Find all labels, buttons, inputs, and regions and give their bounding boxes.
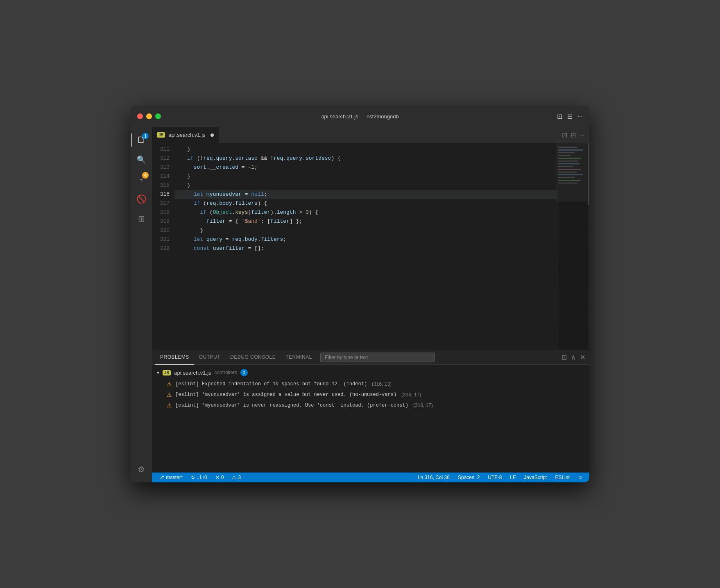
sidebar-item-settings[interactable]: ⚙ [131, 459, 151, 479]
editor-area: JS api.search.v1.js ⊡ ⊟ ··· 311 312 313 … [152, 127, 589, 482]
sidebar-item-extensions[interactable]: ⊞ [131, 209, 151, 228]
line-ending-label: LF [510, 475, 516, 480]
git-sync-label: ↓1↑0 [197, 475, 207, 480]
layout-icon[interactable]: ⊟ [567, 113, 573, 120]
open-editors-icon[interactable]: ⊡ [562, 131, 567, 139]
tab-bar: JS api.search.v1.js ⊡ ⊟ ··· [152, 127, 589, 143]
problem-count: 3 [240, 369, 248, 376]
debug-icon: 🚫 [136, 194, 147, 204]
explorer-badge: 1 [142, 133, 149, 139]
more-actions-icon[interactable]: ··· [577, 113, 583, 120]
main-layout: 🗋 1 🔍 ⑂ 4 🚫 ⊞ ⚙ [131, 127, 589, 482]
sync-icon: ↻ [191, 475, 195, 480]
spaces-label: Spaces: 2 [458, 475, 480, 480]
window-title: api.search.v1.js — nsf2mongodb [321, 113, 398, 120]
sidebar-item-debug[interactable]: 🚫 [131, 189, 151, 209]
maximize-button[interactable] [155, 113, 161, 119]
minimize-button[interactable] [146, 113, 152, 119]
source-control-badge: 4 [142, 172, 149, 179]
code-line-314: } [174, 172, 557, 181]
file-language-badge: JS [163, 370, 171, 375]
code-line-315: } [174, 181, 557, 190]
warning-icon-3: ⚠ [167, 402, 172, 409]
warnings-item[interactable]: ⚠ 3 [230, 473, 242, 482]
activity-bar: 🗋 1 🔍 ⑂ 4 🚫 ⊞ ⚙ [131, 127, 152, 482]
code-line-321: let query = req.body.filters; [174, 235, 557, 244]
code-line-320: } [174, 226, 557, 235]
more-tab-actions-icon[interactable]: ··· [579, 131, 584, 139]
problem-item-2[interactable]: ⚠ [eslint] 'myunusedvar' is assigned a v… [152, 389, 589, 400]
dirty-indicator [211, 133, 214, 137]
editor-tab-api-search[interactable]: JS api.search.v1.js [152, 127, 219, 143]
warning-icon-2: ⚠ [167, 391, 172, 398]
problem-message-2: [eslint] 'myunusedvar' is assigned a val… [175, 392, 396, 398]
svg-rect-15 [557, 143, 589, 202]
status-bar: ⎇ master* ↻ ↓1↑0 ✕ 0 ⚠ 3 [152, 473, 589, 482]
collapse-panel-icon[interactable]: ⊡ [561, 353, 568, 362]
git-branch-item[interactable]: ⎇ master* [157, 473, 184, 482]
errors-item[interactable]: ✕ 0 [214, 473, 226, 482]
problem-filename: api.search.v1.js [174, 370, 211, 376]
panel-actions: ⊡ ∧ ✕ [561, 353, 586, 362]
feedback-item[interactable]: ☺ [576, 473, 584, 482]
warning-icon-1: ⚠ [167, 381, 172, 387]
tab-terminal[interactable]: TERMINAL [281, 350, 317, 365]
filter-input[interactable] [320, 353, 435, 362]
chevron-up-icon[interactable]: ∧ [570, 353, 577, 362]
sidebar-item-explorer[interactable]: 🗋 1 [131, 130, 151, 150]
problem-filepath: controllers [215, 370, 237, 375]
scrollbar-thumb[interactable] [588, 143, 589, 205]
gear-icon: ⚙ [138, 464, 145, 474]
language-label: JavaScript [524, 475, 547, 480]
errors-count: 0 [221, 475, 224, 480]
search-icon: 🔍 [137, 155, 146, 164]
problem-location-3: (316, 17) [413, 403, 433, 408]
cursor-position-item[interactable]: Ln 316, Col 36 [416, 473, 451, 482]
sidebar-item-search[interactable]: 🔍 [131, 150, 151, 170]
problem-message-3: [eslint] 'myunusedvar' is never reassign… [175, 403, 408, 408]
tab-filename: api.search.v1.js [168, 132, 205, 138]
titlebar-actions: ⊡ ⊟ ··· [557, 113, 583, 120]
problem-file-header[interactable]: ▾ JS api.search.v1.js controllers 3 [152, 366, 589, 379]
tab-output[interactable]: OUTPUT [194, 350, 225, 365]
extensions-icon: ⊞ [138, 214, 145, 224]
code-line-313: sort.__created = -1; [174, 163, 557, 172]
sidebar-item-source-control[interactable]: ⑂ 4 [131, 170, 151, 189]
problem-item-3[interactable]: ⚠ [eslint] 'myunusedvar' is never reassi… [152, 400, 589, 411]
minimap-visual [557, 143, 589, 350]
close-button[interactable] [137, 113, 143, 119]
warnings-count: 3 [238, 475, 241, 480]
code-editor[interactable]: } if (!req.query.sortasc && !req.query.s… [174, 143, 557, 350]
panel-tab-bar: PROBLEMS OUTPUT DEBUG CONSOLE TERMINAL [152, 350, 589, 365]
cursor-position: Ln 316, Col 36 [418, 475, 450, 480]
problem-item-1[interactable]: ⚠ [eslint] Expected indentation of 10 sp… [152, 379, 589, 389]
line-ending-item[interactable]: LF [508, 473, 517, 482]
code-line-316: let myunusedvar = null; [174, 190, 557, 199]
titlebar: api.search.v1.js — nsf2mongodb ⊡ ⊟ ··· [131, 106, 589, 127]
linter-item[interactable]: ESLint [553, 473, 571, 482]
language-item[interactable]: JavaScript [522, 473, 548, 482]
tab-debug-console[interactable]: DEBUG CONSOLE [225, 350, 281, 365]
viewport-icon[interactable]: ⊡ [557, 113, 562, 120]
problem-location-1: (316, 13) [372, 381, 392, 387]
close-panel-icon[interactable]: ✕ [579, 353, 586, 362]
status-left: ⎇ master* ↻ ↓1↑0 ✕ 0 ⚠ 3 [157, 473, 242, 482]
code-line-317: if (req.body.filters) { [174, 199, 557, 208]
tab-problems[interactable]: PROBLEMS [155, 350, 194, 365]
code-line-322: const userfilter = []; [174, 244, 557, 253]
split-editor-icon[interactable]: ⊟ [571, 131, 576, 139]
problem-message-1: [eslint] Expected indentation of 10 spac… [175, 381, 367, 387]
code-line-312: if (!req.query.sortasc && !req.query.sor… [174, 154, 557, 163]
git-branch-icon: ⎇ [158, 475, 164, 480]
encoding-item[interactable]: UTF-8 [486, 473, 503, 482]
error-icon: ✕ [215, 475, 220, 480]
tab-actions: ⊡ ⊟ ··· [562, 127, 589, 143]
code-line-311: } [174, 145, 557, 154]
indentation-item[interactable]: Spaces: 2 [456, 473, 481, 482]
chevron-down-icon: ▾ [157, 370, 159, 375]
traffic-lights [137, 113, 161, 119]
code-line-318: if (Object.keys(filter).length > 0) { [174, 208, 557, 217]
minimap [557, 143, 589, 350]
linter-label: ESLint [555, 475, 569, 480]
git-sync-item[interactable]: ↻ ↓1↑0 [189, 473, 208, 482]
